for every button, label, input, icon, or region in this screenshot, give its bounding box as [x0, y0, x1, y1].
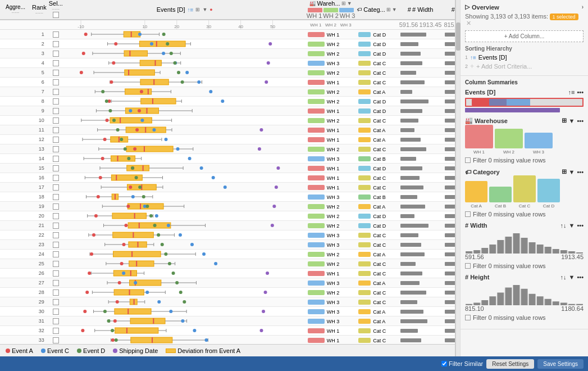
events-filter-icon[interactable]: ▼	[202, 7, 207, 12]
category-cell: Cat D	[356, 30, 398, 39]
height-sum-sort-icon[interactable]: ↑↓	[560, 274, 567, 280]
select-cell[interactable]	[48, 154, 64, 164]
select-cell[interactable]	[48, 78, 64, 87]
height-bar-cell	[443, 307, 455, 316]
cat-filter-checkbox[interactable]	[465, 211, 471, 217]
select-cell[interactable]	[48, 221, 64, 230]
select-cell[interactable]	[48, 49, 64, 58]
select-cell[interactable]	[48, 135, 64, 144]
width-sum-more-icon[interactable]: •••	[577, 222, 584, 229]
select-cell[interactable]	[48, 39, 64, 49]
warehouse-cell: WH 1	[306, 269, 357, 278]
width-bar-cell	[398, 58, 443, 68]
aggre-cell	[0, 116, 31, 125]
table-row: 16WH 1Cat C	[0, 173, 455, 183]
select-cell[interactable]	[48, 164, 64, 173]
height-sum-filter-icon[interactable]: ▼	[569, 274, 575, 280]
wh3-bar-item: WH 3	[525, 133, 553, 155]
select-cell[interactable]	[48, 68, 64, 78]
warehouse-cell: WH 3	[306, 230, 357, 240]
col-summaries-title: Column Summaries	[465, 79, 584, 85]
table-row: 12WH 1Cat A	[0, 135, 455, 144]
events-sum-more-icon[interactable]: •••	[577, 89, 584, 96]
select-cell[interactable]	[48, 259, 64, 269]
select-cell[interactable]	[48, 288, 64, 297]
wh-filter-checkbox[interactable]	[465, 157, 471, 163]
select-cell[interactable]	[48, 173, 64, 183]
category-cell: Cat C	[356, 297, 398, 307]
events-cell	[64, 326, 306, 336]
rank-cell: 5	[31, 68, 48, 78]
events-sort-icon[interactable]: ↑≡	[188, 7, 194, 13]
select-cell[interactable]	[48, 240, 64, 250]
select-cell[interactable]	[48, 183, 64, 192]
select-cell[interactable]	[48, 336, 64, 345]
warehouse-cell: WH 2	[306, 97, 357, 106]
select-cell[interactable]	[48, 250, 64, 259]
select-cell[interactable]	[48, 326, 64, 336]
cat-sum-grid-icon[interactable]: ⊞	[562, 168, 567, 175]
select-cell[interactable]	[48, 106, 64, 116]
height-bar-cell	[443, 78, 455, 87]
width-sum-sort-icon[interactable]: ↑↓	[560, 222, 567, 229]
wh-sum-more-icon[interactable]: •••	[577, 117, 584, 124]
height-filter-checkbox[interactable]	[465, 315, 471, 320]
warehouse-cell: WH 2	[306, 250, 357, 259]
cat-sum-more-icon[interactable]: •••	[577, 169, 584, 175]
width-sum-filter-icon[interactable]: ▼	[569, 222, 575, 229]
select-cell[interactable]	[48, 116, 64, 125]
add-column-button[interactable]: + Add Column...	[465, 30, 584, 42]
select-cell[interactable]	[48, 202, 64, 211]
clear-selection[interactable]: ✕	[466, 20, 471, 26]
rank-cell: 26	[31, 269, 48, 278]
select-cell[interactable]	[48, 30, 64, 39]
select-cell[interactable]	[48, 97, 64, 106]
cat-grid-icon[interactable]: ⊞	[386, 7, 391, 12]
cat-filter-icon[interactable]: ▼	[392, 7, 397, 12]
events-cell	[64, 230, 306, 240]
select-cell[interactable]	[48, 211, 64, 221]
select-cell[interactable]	[48, 230, 64, 240]
expand-icon[interactable]: ›	[582, 4, 584, 10]
warehouse-filter-icon[interactable]: ▼	[347, 1, 352, 6]
height-sum-more-icon[interactable]: •••	[577, 274, 584, 280]
select-cell[interactable]	[48, 269, 64, 278]
width-bar-cell	[398, 240, 443, 250]
select-cell[interactable]	[48, 316, 64, 326]
reset-settings-button[interactable]: Reset Settings	[486, 359, 534, 369]
select-cell[interactable]	[48, 192, 64, 202]
scrollbar-thumb[interactable]	[456, 22, 461, 51]
width-bar-cell	[398, 68, 443, 78]
rank-cell: 7	[31, 87, 48, 97]
events-cell	[64, 307, 306, 316]
events-grid-icon[interactable]: ⊞	[195, 7, 200, 12]
save-settings-button[interactable]: Save Settings	[537, 359, 584, 369]
select-cell[interactable]	[48, 278, 64, 288]
category-cell: Cat A	[356, 125, 398, 135]
wh-sum-grid-icon[interactable]: ⊞	[562, 117, 567, 124]
warehouse-cell: WH 2	[306, 116, 357, 125]
rank-cell: 31	[31, 316, 48, 326]
catb-label: Cat B	[495, 203, 506, 209]
height-bar-cell	[443, 259, 455, 269]
select-cell[interactable]	[48, 297, 64, 307]
select-cell[interactable]	[48, 87, 64, 97]
events-sum-sort-icon[interactable]: ↑≡	[568, 89, 575, 96]
select-cell[interactable]	[48, 307, 64, 316]
select-cell[interactable]	[48, 144, 64, 154]
select-all-checkbox[interactable]	[53, 12, 59, 18]
filter-similar-check[interactable]: Filter Similar	[441, 360, 483, 367]
warehouse-cell: WH 3	[306, 297, 357, 307]
warehouse-grid-icon[interactable]: ⊞	[341, 1, 346, 6]
select-cell[interactable]	[48, 125, 64, 135]
select-cell[interactable]	[48, 58, 64, 68]
rank-cell: 15	[31, 164, 48, 173]
axis-spacer	[0, 20, 64, 30]
filter-similar-checkbox[interactable]	[441, 361, 447, 367]
events-cell	[64, 154, 306, 164]
wh-sum-filter-icon[interactable]: ▼	[569, 117, 575, 124]
sort-item-2[interactable]: 2 + + Add Sort Criteria...	[465, 62, 584, 70]
width-filter-checkbox[interactable]	[465, 263, 471, 269]
cat-sum-filter-icon[interactable]: ▼	[569, 169, 575, 175]
vertical-scrollbar[interactable]	[455, 0, 460, 356]
